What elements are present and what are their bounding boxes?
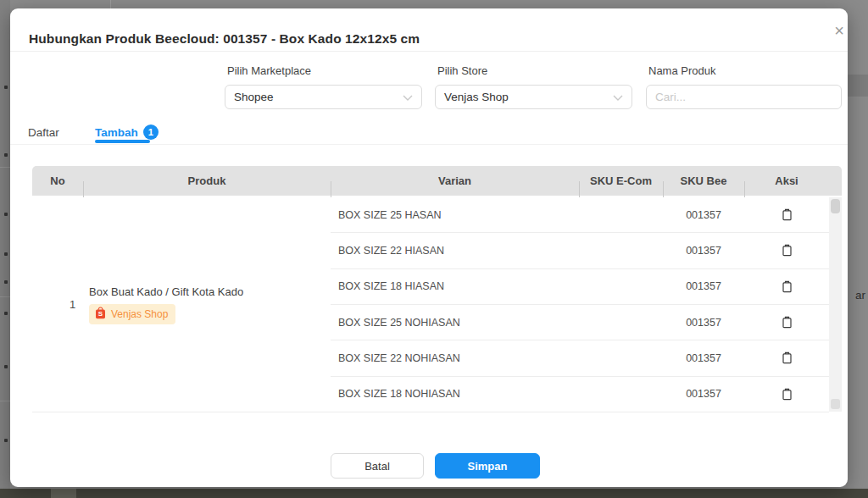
active-tab-underline [95,140,150,143]
table-body: 1 Box Buat Kado / Gift Kota Kado S Venja… [32,197,829,412]
product-name-filter-group: Nama Produk [646,64,842,109]
delete-row-button[interactable] [780,386,794,402]
background-sidebar-icon [4,439,8,442]
variant-name: BOX SIZE 25 NOHIASAN [331,317,579,329]
save-button[interactable]: Simpan [435,453,540,479]
table-row: BOX SIZE 22 NOHIASAN 001357 [331,340,829,376]
marketplace-selected-value: Shopee [234,91,274,103]
table-row: BOX SIZE 22 HIASAN 001357 [331,233,829,268]
link-product-modal: Hubungkan Produk Beecloud: 001357 - Box … [10,8,848,487]
sku-bee-value: 001357 [663,245,744,257]
table-scrollbar-end [831,399,840,409]
table-row: BOX SIZE 18 NOHIASAN 001357 [331,377,829,412]
store-tag-label: Venjas Shop [111,308,168,320]
sku-bee-value: 001357 [663,317,744,329]
variant-rows: BOX SIZE 25 HASAN 001357 BOX SIZE 22 HIA… [331,197,829,412]
variant-name: BOX SIZE 25 HASAN [331,209,579,221]
column-header-sku-bee: SKU Bee [663,174,744,187]
table-row: BOX SIZE 25 HASAN 001357 [331,197,829,233]
background-page-edge [110,0,111,8]
tab-tambah-count-badge: 1 [143,125,159,140]
background-divider [0,296,10,297]
title-divider [10,51,848,52]
delete-row-button[interactable] [780,242,794,258]
delete-row-button[interactable] [780,279,794,295]
background-divider [0,167,10,168]
sku-bee-value: 001357 [663,209,744,221]
store-selected-value: Venjas Shop [444,91,509,103]
background-partial-text: ar [855,289,865,302]
tab-tambah-label: Tambah [95,126,138,139]
column-header-produk: Produk [83,174,331,187]
product-name-search-input[interactable] [646,85,842,109]
store-label: Pilih Store [437,64,632,77]
background-sidebar-icon [4,153,8,157]
shopee-icon-letter: S [98,310,103,318]
delete-row-button[interactable] [780,207,794,223]
table-row: BOX SIZE 18 HIASAN 001357 [331,269,829,305]
variant-name: BOX SIZE 22 NOHIASAN [331,352,579,364]
column-header-sku-ecom: SKU E-Com [579,174,663,187]
sku-bee-value: 001357 [663,388,744,400]
row-number: 1 [70,298,81,311]
background-sidebar-strip [0,0,10,498]
close-icon[interactable]: × [829,21,849,42]
modal-title: Hubungkan Produk Beecloud: 001357 - Box … [29,31,420,47]
marketplace-select[interactable]: Shopee [225,85,422,109]
background-row-band [848,75,868,97]
chevron-down-icon [613,91,623,103]
background-sidebar-icon [4,252,8,256]
marketplace-label: Pilih Marketplace [227,64,422,77]
background-sidebar-icon [4,213,8,216]
background-sidebar-icon [4,280,8,284]
background-footer-segment [51,489,76,498]
chevron-down-icon [403,91,413,103]
background-divider [0,401,10,401]
sku-bee-value: 001357 [663,280,744,292]
background-sidebar-icon [4,86,8,89]
tab-daftar-label: Daftar [28,126,59,139]
variant-name: BOX SIZE 22 HIASAN [331,245,579,257]
cancel-button[interactable]: Batal [331,453,424,479]
table-scrollbar-track [829,197,842,412]
store-select[interactable]: Venjas Shop [435,85,632,109]
product-name: Box Buat Kado / Gift Kota Kado [89,285,243,298]
sku-bee-value: 001357 [663,352,744,364]
column-header-no: No [32,174,83,187]
table-row: BOX SIZE 25 NOHIASAN 001357 [331,305,829,340]
table-header: No Produk Varian SKU E-Com SKU Bee Aksi [32,166,842,196]
product-name-label: Nama Produk [648,64,842,77]
variant-name: BOX SIZE 18 HIASAN [331,280,579,292]
background-sidebar-icon [4,312,8,315]
shopee-icon: S [95,307,106,322]
delete-row-button[interactable] [780,314,794,330]
background-footer-bar [0,489,868,498]
product-info: Box Buat Kado / Gift Kota Kado S Venjas … [89,285,243,324]
store-filter-group: Pilih Store Venjas Shop [435,64,632,109]
variant-name: BOX SIZE 18 NOHIASAN [331,388,579,400]
tab-daftar[interactable]: Daftar [28,120,59,144]
store-tag-badge: S Venjas Shop [89,304,175,324]
delete-row-button[interactable] [780,350,794,366]
column-header-aksi: Aksi [744,174,829,187]
background-sidebar-icon [4,365,8,368]
product-group-cell: 1 Box Buat Kado / Gift Kota Kado S Venja… [32,197,331,412]
table-scrollbar-thumb[interactable] [831,199,840,213]
column-header-varian: Varian [331,174,579,187]
marketplace-filter-group: Pilih Marketplace Shopee [225,64,422,109]
